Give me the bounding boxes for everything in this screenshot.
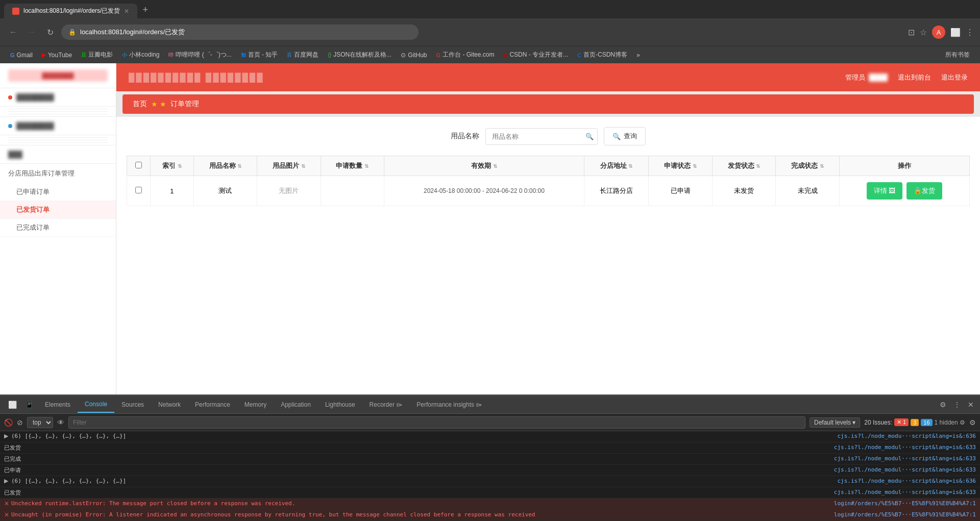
search-btn[interactable]: 🔍 查询 — [604, 127, 646, 145]
console-link[interactable]: login#/orders/%E5%B7···E5%8F%91%E8%B4%A7… — [834, 511, 976, 518]
logout-btn[interactable]: 退出登录 — [941, 73, 968, 82]
expand-icon[interactable]: ▶ — [4, 478, 8, 484]
bookmark-zhihu[interactable]: 知 首页 - 知乎 — [237, 48, 282, 61]
context-selector[interactable]: top — [27, 417, 53, 428]
breadcrumb-container: 首页 ★ ★ 订单管理 — [116, 91, 980, 117]
sort-apply-icon[interactable]: ⇅ — [693, 163, 697, 169]
console-toolbar: 🚫 ⊘ top 👁 Default levels ▾ 20 Issues: ✕ … — [0, 414, 980, 431]
bookmark-bilibili[interactable]: 哔 哔哩哔哩 (゜-゜)つ... — [164, 48, 235, 61]
console-link[interactable]: cjs.is?l./node_modul···script&lang=is&:6… — [834, 466, 976, 473]
sort-name-icon[interactable]: ⇅ — [237, 163, 241, 169]
all-bookmarks[interactable]: 所有书签 — [941, 48, 974, 61]
sort-complete-icon[interactable]: ⇅ — [820, 163, 824, 169]
table-row: 1 测试 无图片 2024-05-18 00:00:00 - 2024-06-2… — [127, 176, 970, 206]
row-checkbox[interactable] — [135, 187, 142, 193]
sidebar-item-3[interactable]: ███ — [0, 145, 116, 163]
tab-lighthouse[interactable]: Lighthouse — [318, 397, 362, 412]
sidebar-section-orders: 分店用品出库订单管理 — [0, 163, 116, 183]
console-link[interactable]: cjs.is?l./node_modu···script&lang=is&:63… — [837, 433, 976, 439]
breadcrumb-home[interactable]: 首页 — [133, 100, 147, 109]
error-icon: ✕ — [4, 511, 9, 518]
console-filter-input[interactable] — [68, 416, 805, 429]
console-link[interactable]: cjs.is?l./node_modul···script&lang=is&:6… — [834, 444, 976, 451]
sort-index-icon[interactable]: ⇅ — [178, 163, 182, 169]
devtools-icon-device[interactable]: 📱 — [21, 399, 38, 411]
expand-icon[interactable]: ▶ — [4, 433, 8, 439]
bookmark-xiaolin[interactable]: 小 小林coding — [118, 48, 163, 61]
sort-ship-icon[interactable]: ⇅ — [756, 163, 760, 169]
console-link[interactable]: cjs.is?l./node_modu···script&lang=is&:63… — [837, 478, 976, 484]
devtools-settings-icon[interactable]: ⚙ — [938, 399, 948, 411]
col-quantity: 申请数量 ⇅ — [321, 156, 384, 176]
bookmark-csdn1[interactable]: C CSDN - 专业开发者... — [499, 48, 572, 61]
back-button[interactable]: ← — [6, 25, 20, 39]
tab-perf-insights[interactable]: Performance insights ⌲ — [409, 397, 489, 412]
bookmark-douban[interactable]: 豆 豆瓣电影 — [77, 48, 117, 61]
bookmark-json[interactable]: {} JSON在线解析及格... — [324, 48, 396, 61]
bookmark-csdn2[interactable]: C 首页-CSDN博客 — [573, 48, 631, 61]
devtools-close-icon[interactable]: ✕ — [966, 399, 976, 411]
bookmark-baidu[interactable]: 百 百度网盘 — [283, 48, 323, 61]
sidebar-item-shipped[interactable]: 已发货订单 — [0, 201, 116, 219]
sidebar-item-completed[interactable]: 已完成订单 — [0, 219, 116, 237]
sort-image-icon[interactable]: ⇅ — [301, 163, 305, 169]
console-filter-icon[interactable]: ⊘ — [17, 418, 23, 427]
search-input[interactable] — [485, 128, 598, 145]
console-link[interactable]: login#/orders/%E5%B7···E5%8F%91%E8%B4%A7… — [834, 500, 976, 507]
sidebar-item-applied[interactable]: 已申请订单 — [0, 183, 116, 201]
tab-close-icon[interactable]: ✕ — [124, 8, 129, 15]
devtools-icon-inspect[interactable]: ⬜ — [4, 399, 21, 411]
admin-label: 管理员 ████ — [845, 73, 888, 82]
console-link[interactable]: cjs.is?l./node_modul···script&lang=is&:6… — [834, 455, 976, 462]
tab-recorder[interactable]: Recorder ⌲ — [362, 397, 410, 412]
sort-addr-icon[interactable]: ⇅ — [628, 163, 632, 169]
devtools-more-icon[interactable]: ⋮ — [951, 399, 963, 411]
col-checkbox — [127, 156, 151, 176]
bookmarks-bar: G Gmail ▶ YouTube 豆 豆瓣电影 小 小林coding 哔 哔哩… — [0, 46, 980, 63]
tab-application[interactable]: Application — [274, 397, 318, 412]
select-all-checkbox[interactable] — [135, 162, 142, 168]
cell-apply-status: 已申请 — [649, 176, 712, 206]
console-line: 已发货 cjs.is?l./node_modul···script&lang=i… — [0, 442, 980, 454]
bookmarks-more[interactable]: » — [632, 49, 644, 61]
tab-elements[interactable]: Elements — [38, 397, 78, 412]
tab-sources[interactable]: Sources — [114, 397, 151, 412]
detail-btn[interactable]: 详情 🖼 — [867, 182, 903, 200]
bookmark-gitee[interactable]: G 工作台 - Gitee.com — [432, 48, 499, 61]
eye-icon[interactable]: 👁 — [57, 418, 64, 427]
sidebar-item-1[interactable]: ████████ — [0, 88, 116, 107]
error-icon: ✕ — [4, 500, 9, 507]
console-text: (6) [{…}, {…}, {…}, {…}, {…}, {…}] — [11, 433, 837, 439]
back-to-front-btn[interactable]: 退出到前台 — [898, 73, 931, 82]
bookmark-github[interactable]: ⊙ GitHub — [397, 49, 431, 61]
tab-performance[interactable]: Performance — [188, 397, 237, 412]
forward-button[interactable]: → — [24, 25, 39, 39]
console-clear-icon[interactable]: 🚫 — [4, 418, 13, 427]
profile-icon[interactable]: A — [932, 26, 945, 39]
reload-button[interactable]: ↻ — [43, 25, 57, 39]
extensions-icon[interactable]: ⬜ — [950, 28, 961, 37]
console-text: 已完成 — [4, 455, 834, 463]
active-tab[interactable]: localhost:8081/login#/orders/已发货 ✕ — [4, 4, 137, 18]
tab-console[interactable]: Console — [78, 396, 114, 413]
search-bar: 用品名称 🔍 🔍 查询 — [127, 127, 970, 145]
new-tab-btn[interactable]: + — [137, 2, 153, 18]
tab-network[interactable]: Network — [151, 397, 188, 412]
tab-memory[interactable]: Memory — [237, 397, 274, 412]
default-levels-btn[interactable]: Default levels ▾ — [810, 417, 860, 428]
address-bar[interactable]: 🔒 localhost:8081/login#/orders/已发货 — [61, 24, 419, 40]
col-validity: 有效期 ⇅ — [384, 156, 584, 176]
ship-btn[interactable]: 🔒发货 — [906, 182, 942, 200]
sort-qty-icon[interactable]: ⇅ — [364, 163, 369, 169]
bookmark-icon[interactable]: ☆ — [920, 28, 927, 37]
menu-icon[interactable]: ⋮ — [966, 28, 974, 37]
cast-icon[interactable]: ⊡ — [908, 28, 915, 37]
bookmark-gmail[interactable]: G Gmail — [6, 49, 37, 61]
breadcrumb-stars: ★ ★ — [151, 100, 166, 108]
sidebar-item-2[interactable]: ████████ — [0, 117, 116, 135]
console-output[interactable]: ▶ (6) [{…}, {…}, {…}, {…}, {…}, {…}] cjs… — [0, 431, 980, 521]
sort-validity-icon[interactable]: ⇅ — [493, 163, 497, 169]
bookmark-youtube[interactable]: ▶ YouTube — [38, 49, 76, 61]
console-settings-icon[interactable]: ⚙ — [969, 418, 976, 427]
console-link[interactable]: cjs.is?l./node_modul···script&lang=is&:6… — [834, 489, 976, 495]
